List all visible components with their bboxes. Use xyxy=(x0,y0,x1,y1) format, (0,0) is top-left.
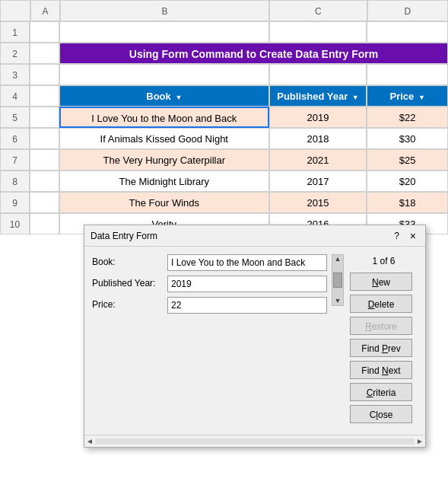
dialog-title-buttons: ? × xyxy=(391,230,419,242)
fields-area: Book: Published Year: Price: xyxy=(92,254,344,427)
cell-1a xyxy=(30,21,59,43)
row-5: 5 I Love You to the Moon and Back 2019 $… xyxy=(0,107,448,128)
dialog-titlebar: Data Entry Form ? × xyxy=(84,225,425,247)
cell-7b[interactable]: The Very Hungry Caterpillar xyxy=(59,149,269,171)
row-7: 7 The Very Hungry Caterpillar 2021 $25 xyxy=(0,149,448,171)
row-9: 9 The Four Winds 2015 $18 xyxy=(0,192,448,213)
row-num-8: 8 xyxy=(0,171,30,192)
row-num-10: 10 xyxy=(0,213,30,234)
row-num-3: 3 xyxy=(0,64,30,85)
book-filter-arrow[interactable]: ▼ xyxy=(175,94,182,101)
row-num-2: 2 xyxy=(0,43,30,64)
cell-5c[interactable]: 2019 xyxy=(269,107,367,128)
scroll-down-arrow[interactable]: ▼ xyxy=(335,298,342,304)
scroll-thumb[interactable] xyxy=(333,273,342,288)
cell-9c[interactable]: 2015 xyxy=(269,192,367,213)
new-button[interactable]: New xyxy=(350,273,412,291)
book-field-row: Book: xyxy=(92,254,327,271)
book-input[interactable] xyxy=(167,254,327,271)
price-input[interactable] xyxy=(167,297,327,314)
cell-3b xyxy=(59,64,269,85)
cell-6c[interactable]: 2018 xyxy=(269,128,367,149)
year-input-wrap xyxy=(167,276,327,292)
scroll-right-arrow[interactable]: ► xyxy=(416,437,424,445)
spreadsheet-title: Using Form Command to Create Data Entry … xyxy=(59,43,448,64)
col-header-price[interactable]: Price ▼ xyxy=(367,85,448,107)
row-8: 8 The Midnight Library 2017 $20 xyxy=(0,171,448,192)
cell-9a xyxy=(30,192,59,213)
cell-4a xyxy=(30,85,59,107)
cell-3c xyxy=(269,64,367,85)
dialog-scrollbar[interactable]: ▲ ▼ xyxy=(332,254,344,306)
row-6: 6 If Animals Kissed Good Night 2018 $30 xyxy=(0,128,448,149)
find-prev-button[interactable]: Find Prev xyxy=(350,339,412,357)
cell-8b[interactable]: The Midnight Library xyxy=(59,171,269,192)
dialog-help-button[interactable]: ? xyxy=(391,231,402,241)
cell-5b[interactable]: I Love You to the Moon and Back xyxy=(59,107,269,128)
fields-spacer xyxy=(92,318,327,364)
year-input[interactable] xyxy=(167,276,327,292)
dialog-title: Data Entry Form xyxy=(91,231,157,241)
dialog-fields: Book: Published Year: Price: xyxy=(92,254,327,427)
cell-5d[interactable]: $22 xyxy=(367,107,448,128)
price-input-wrap xyxy=(167,297,327,314)
record-info: 1 of 6 xyxy=(350,254,418,266)
spreadsheet: A B C D 1 2 Using Form Command to Create… xyxy=(0,0,448,234)
row-num-6: 6 xyxy=(0,128,30,149)
col-header-year[interactable]: Published Year ▼ xyxy=(269,85,367,107)
cell-8c[interactable]: 2017 xyxy=(269,171,367,192)
dialog-right-panel: 1 of 6 New Delete Restore Find Prev Find… xyxy=(350,254,418,427)
corner-cell xyxy=(0,0,30,21)
year-field-row: Published Year: xyxy=(92,276,327,292)
cell-1d xyxy=(367,21,448,43)
cell-8a xyxy=(30,171,59,192)
cell-6d[interactable]: $30 xyxy=(367,128,448,149)
delete-button[interactable]: Delete xyxy=(350,295,412,313)
dialog-bottom-scrollbar[interactable]: ◄ ► xyxy=(84,435,425,447)
cell-7d[interactable]: $25 xyxy=(367,149,448,171)
row-num-7: 7 xyxy=(0,149,30,171)
price-field-row: Price: xyxy=(92,297,327,314)
data-entry-dialog: Data Entry Form ? × Book: Published Year… xyxy=(84,225,426,448)
cell-8d[interactable]: $20 xyxy=(367,171,448,192)
cell-9b[interactable]: The Four Winds xyxy=(59,192,269,213)
col-header-d: D xyxy=(367,0,448,21)
cell-2a xyxy=(30,43,59,64)
cell-7a xyxy=(30,149,59,171)
book-label: Book: xyxy=(92,254,164,267)
cell-5a xyxy=(30,107,59,128)
cell-6b[interactable]: If Animals Kissed Good Night xyxy=(59,128,269,149)
year-filter-arrow[interactable]: ▼ xyxy=(352,94,359,101)
column-headers: A B C D xyxy=(0,0,448,21)
cell-1c xyxy=(269,21,367,43)
dialog-close-icon-button[interactable]: × xyxy=(407,230,419,242)
row-num-4: 4 xyxy=(0,85,30,107)
restore-button[interactable]: Restore xyxy=(350,317,412,335)
row-num-1: 1 xyxy=(0,21,30,43)
row-3: 3 xyxy=(0,64,448,85)
cell-6a xyxy=(30,128,59,149)
row-1: 1 xyxy=(0,21,448,43)
cell-7c[interactable]: 2021 xyxy=(269,149,367,171)
close-dialog-button[interactable]: Close xyxy=(350,405,412,423)
cell-9d[interactable]: $18 xyxy=(367,192,448,213)
row-num-9: 9 xyxy=(0,192,30,213)
row-2: 2 Using Form Command to Create Data Entr… xyxy=(0,43,448,64)
row-num-5: 5 xyxy=(0,107,30,128)
col-header-a: A xyxy=(30,0,60,21)
find-next-button[interactable]: Find Next xyxy=(350,361,412,379)
book-input-wrap xyxy=(167,254,327,271)
scroll-left-arrow[interactable]: ◄ xyxy=(86,437,94,445)
criteria-button[interactable]: Criteria xyxy=(350,383,412,401)
cell-3a xyxy=(30,64,59,85)
scroll-horizontal-track[interactable] xyxy=(95,438,415,445)
price-label: Price: xyxy=(92,297,164,310)
dialog-body: Book: Published Year: Price: xyxy=(84,247,425,435)
cell-3d xyxy=(367,64,448,85)
col-header-book[interactable]: Book ▼ xyxy=(59,85,269,107)
row-4-header: 4 Book ▼ Published Year ▼ Price ▼ xyxy=(0,85,448,107)
col-header-c: C xyxy=(269,0,367,21)
cell-10a xyxy=(30,213,59,234)
scroll-up-arrow[interactable]: ▲ xyxy=(335,256,342,263)
price-filter-arrow[interactable]: ▼ xyxy=(418,94,425,101)
